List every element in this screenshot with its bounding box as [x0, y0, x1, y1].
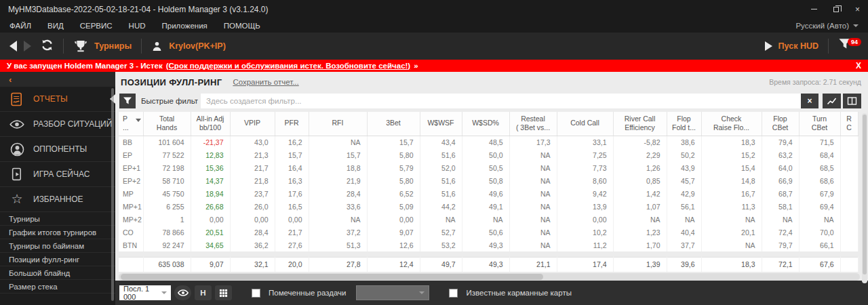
menu-help[interactable]: ПОМОЩЬ — [224, 22, 260, 30]
known-cards-checkbox[interactable] — [449, 289, 458, 298]
sidebar-item-reports[interactable]: ОТЧЕТЫ — [0, 87, 115, 112]
column-header[interactable]: Check Raise Flo... — [701, 112, 762, 136]
player-selector[interactable]: Krylov(PK+IP) — [151, 41, 226, 52]
language-selector[interactable]: Русский (Авто) — [795, 22, 859, 30]
marked-hands-checkbox[interactable] — [252, 289, 260, 298]
vertical-scrollbar-thumb[interactable] — [863, 115, 867, 274]
table-row[interactable]: EP77 52212,8321,315,715,75,8051,650,0NA7… — [119, 148, 858, 161]
banner-close-button[interactable]: X — [856, 61, 861, 70]
stat-cell: NA — [509, 174, 557, 187]
sidebar-report-stack-size[interactable]: Размер стека — [0, 280, 115, 293]
save-report-link[interactable]: Сохранить отчет... — [233, 78, 298, 86]
tournaments-tab[interactable]: Турниры — [73, 39, 132, 53]
column-header[interactable]: Flop CBet — [762, 112, 799, 136]
stat-cell: 21,7 — [230, 161, 275, 174]
sidebar-item-favorites[interactable]: ☆ ИЗБРАННОЕ — [0, 187, 115, 212]
sidebar-scrollbar[interactable] — [111, 88, 114, 301]
stats-table: P ...Total HandsAll-in Adj bb/100VPIPPFR… — [119, 112, 859, 251]
summary-table: 635 0389,0732,120,027,812,449,749,321,11… — [119, 257, 859, 272]
column-header[interactable]: River Call Efficiency — [613, 112, 667, 136]
clear-filter-button[interactable]: × — [801, 94, 818, 108]
column-header[interactable]: Resteal ( 3Bet vs... — [509, 112, 557, 136]
menu-apps[interactable]: Приложения — [162, 22, 208, 30]
sidebar-report-by-buyin[interactable]: Турниры по байинам — [0, 239, 115, 253]
table-row[interactable]: MP+210,000,000,00NA0,00NANANA0,00NANANAN… — [119, 213, 858, 226]
close-button[interactable]: × — [855, 5, 860, 14]
menu-view[interactable]: ВИД — [47, 22, 64, 30]
summary-cell: 39,6 — [667, 258, 701, 272]
table-row[interactable]: MP+16 25526,6826,016,533,65,0944,249,1NA… — [119, 200, 858, 213]
sidebar-item-play-now[interactable]: ИГРА СЕЙЧАС — [0, 162, 115, 187]
hand-history-button[interactable]: H — [195, 285, 212, 300]
stat-cell: 77 522 — [143, 148, 191, 161]
stat-cell: 44,2 — [420, 200, 462, 213]
stat-cell — [840, 136, 858, 148]
quick-filter-button[interactable] — [119, 94, 136, 108]
sidebar-item-opponents[interactable]: ОППОНЕНТЫ — [0, 137, 115, 162]
column-header[interactable]: 3Bet — [367, 112, 420, 136]
summary-row: 635 0389,0732,120,027,812,449,749,321,11… — [119, 258, 858, 272]
banner-renew-link[interactable]: (Срок поддержки и обслуживания истек. Во… — [166, 62, 410, 70]
back-button[interactable] — [9, 41, 17, 52]
stat-cell: 12,6 — [367, 239, 420, 251]
column-header[interactable]: PFR — [275, 112, 309, 136]
column-header[interactable]: Cold Call — [557, 112, 613, 136]
column-header[interactable]: R C — [840, 112, 858, 136]
launch-hud-button[interactable]: Пуск HUD — [765, 41, 818, 51]
table-row[interactable]: CO78 86620,5128,421,737,29,0752,750,6NA1… — [119, 226, 858, 239]
last-hands-select[interactable]: Посл. 1 000 — [119, 285, 171, 300]
restore-button[interactable] — [833, 7, 839, 12]
column-header[interactable]: Total Hands — [143, 112, 191, 136]
table-row[interactable]: BB101 604-21,3743,016,2NA15,743,448,517,… — [119, 136, 858, 148]
table-row[interactable]: EP+258 71014,3721,816,321,95,8051,650,8N… — [119, 174, 858, 187]
stat-cell — [840, 187, 858, 200]
filters-button[interactable]: 94 — [838, 37, 859, 55]
sidebar-report-big-blind[interactable]: Большой блайнд — [0, 266, 115, 280]
sidebar-report-tourney-graph[interactable]: График итогов турниров — [0, 226, 115, 239]
stat-cell: NA — [509, 187, 557, 200]
stat-cell: 101 604 — [143, 136, 191, 148]
sidebar-item-hand-review[interactable]: РАЗБОР СИТУАЦИЙ — [0, 112, 115, 137]
refresh-button[interactable] — [41, 39, 54, 54]
stat-cell: NA — [799, 213, 840, 226]
graph-view-button[interactable] — [823, 94, 841, 108]
table-row[interactable]: EP+172 19815,3621,716,418,85,7952,050,5N… — [119, 161, 858, 174]
sidebar-report-tournaments[interactable]: Турниры — [0, 212, 115, 226]
table-row[interactable]: MP45 75018,9423,717,628,46,5251,649,6NA9… — [119, 187, 858, 200]
column-header[interactable]: W$SD% — [462, 112, 509, 136]
column-header[interactable]: P ... — [119, 112, 143, 136]
stat-cell: 66,1 — [799, 239, 840, 251]
forward-button[interactable] — [24, 41, 31, 52]
stat-cell: 40,4 — [667, 226, 701, 239]
grid-view-button[interactable] — [215, 285, 232, 300]
summary-cell: 72,1 — [762, 258, 799, 272]
menu-service[interactable]: СЕРВИС — [80, 22, 113, 30]
column-header[interactable]: RFI — [309, 112, 367, 136]
vertical-scrollbar[interactable] — [862, 113, 867, 283]
stat-cell: 53,2 — [420, 239, 462, 251]
sidebar-report-positions-fullring[interactable]: Позиции фулл-ринг — [0, 253, 115, 266]
stat-cell: 8,60 — [557, 174, 613, 187]
stat-cell: 6,52 — [367, 187, 420, 200]
filter-builder-input[interactable] — [201, 94, 801, 108]
column-header[interactable]: Flop Fold t... — [667, 112, 701, 136]
column-header[interactable]: W$WSF — [420, 112, 462, 136]
stat-cell: 72,4 — [762, 226, 799, 239]
stat-cell: NA — [509, 200, 557, 213]
minimize-button[interactable] — [811, 9, 817, 9]
table-row[interactable]: BTN92 24734,6536,227,651,312,653,249,3NA… — [119, 239, 858, 251]
marked-hands-filter-select[interactable] — [356, 285, 429, 300]
summary-cell: 12,4 — [367, 258, 420, 272]
horizontal-scrollbar-thumb[interactable] — [121, 274, 543, 280]
horizontal-scrollbar[interactable] — [119, 273, 860, 281]
column-header[interactable]: Turn CBet — [799, 112, 840, 136]
table-summary-gap — [119, 251, 860, 257]
sidebar-collapse-button[interactable]: ‹ — [0, 72, 115, 87]
column-header[interactable]: All-in Adj bb/100 — [191, 112, 230, 136]
stat-cell: 42,9 — [667, 187, 701, 200]
column-header[interactable]: VPIP — [230, 112, 275, 136]
menu-file[interactable]: ФАЙЛ — [9, 22, 31, 30]
columns-view-button[interactable] — [843, 94, 861, 108]
replayer-eye-button[interactable] — [174, 285, 191, 300]
menu-hud[interactable]: HUD — [129, 22, 146, 30]
